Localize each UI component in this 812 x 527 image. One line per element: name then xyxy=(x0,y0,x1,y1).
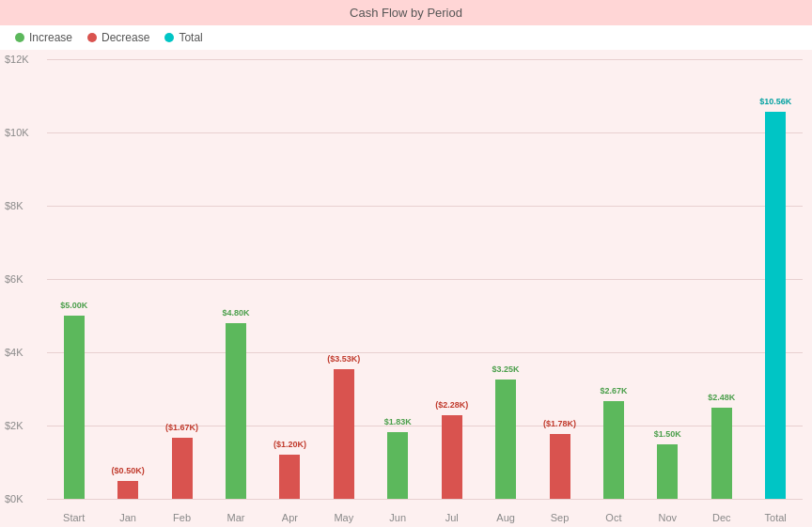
legend-decrease-label: Decrease xyxy=(102,31,149,44)
bar-value-label: $2.48K xyxy=(708,393,735,402)
x-axis-label: Jul xyxy=(425,512,478,523)
bar-value-label: $1.50K xyxy=(654,429,681,439)
x-axis-label: Dec xyxy=(695,512,748,523)
x-axis-label: Total xyxy=(748,512,802,523)
bar-group: $2.48K xyxy=(695,59,748,499)
bar-decrease: ($0.50K) xyxy=(117,481,138,500)
x-axis-label: Sep xyxy=(533,512,586,523)
bar-group: ($1.20K) xyxy=(263,59,317,499)
x-axis-label: Jun xyxy=(371,512,425,523)
bar-group: $4.80K xyxy=(209,59,262,499)
x-axis-label: Aug xyxy=(478,512,532,523)
bar-value-label: $5.00K xyxy=(60,301,87,310)
bar-value-label: $1.83K xyxy=(384,417,412,426)
bar-decrease: ($1.78K) xyxy=(550,434,570,499)
bar-value-label: $3.25K xyxy=(492,364,520,374)
x-axis-label: Start xyxy=(47,512,101,523)
bar-decrease: ($2.28K) xyxy=(442,415,462,499)
bar-group: $2.67K xyxy=(586,59,640,499)
legend-increase-dot xyxy=(15,33,24,42)
bar-value-label: ($1.78K) xyxy=(543,419,576,428)
bar-value-label: ($0.50K) xyxy=(112,466,145,475)
y-axis-label: $8K xyxy=(5,200,23,211)
bar-increase: $1.83K xyxy=(387,432,408,499)
bar-group: $3.25K xyxy=(478,59,532,499)
legend-total: Total xyxy=(164,31,202,44)
bar-increase: $1.50K xyxy=(657,444,678,500)
y-axis-label: $2K xyxy=(5,420,23,431)
chart-title: Cash Flow by Period xyxy=(0,0,812,25)
bar-value-label: ($1.67K) xyxy=(165,423,198,432)
legend-increase-label: Increase xyxy=(29,31,72,44)
bar-group: ($0.50K) xyxy=(101,59,154,499)
legend-total-label: Total xyxy=(179,31,202,44)
bar-group: $1.83K xyxy=(371,59,425,499)
bar-group: ($1.67K) xyxy=(155,59,209,499)
bar-value-label: ($3.53K) xyxy=(327,354,360,364)
y-axis-label: $12K xyxy=(5,54,29,65)
bar-decrease: ($1.67K) xyxy=(172,438,193,499)
x-axis-label: Feb xyxy=(155,512,209,523)
x-axis-label: Mar xyxy=(209,512,262,523)
bar-increase: $2.67K xyxy=(603,401,624,499)
x-axis-label: Oct xyxy=(586,512,640,523)
chart-area: $5.00K($0.50K)($1.67K)$4.80K($1.20K)($3.… xyxy=(0,50,812,527)
bar-value-label: $10.56K xyxy=(759,97,791,106)
bar-group: $10.56K xyxy=(748,59,802,499)
bar-total: $10.56K xyxy=(765,112,786,499)
grid-line xyxy=(47,499,803,500)
legend-decrease: Decrease xyxy=(87,31,149,44)
bar-value-label: $4.80K xyxy=(222,308,249,318)
y-axis-label: $0K xyxy=(5,493,23,504)
chart-wrapper: Cash Flow by Period Increase Decrease To… xyxy=(0,0,812,527)
x-labels: StartJanFebMarAprMayJunJulAugSepOctNovDe… xyxy=(47,512,803,523)
bars-container: $5.00K($0.50K)($1.67K)$4.80K($1.20K)($3.… xyxy=(47,59,803,499)
y-axis-label: $4K xyxy=(5,347,23,358)
bar-group: $1.50K xyxy=(641,59,695,499)
bar-increase: $2.48K xyxy=(711,408,732,499)
x-axis-label: Nov xyxy=(641,512,695,523)
bar-decrease: ($1.20K) xyxy=(279,455,300,499)
legend-total-dot xyxy=(164,33,174,42)
bar-increase: $4.80K xyxy=(226,323,246,499)
bar-group: $5.00K xyxy=(47,59,101,499)
legend-decrease-dot xyxy=(87,33,97,42)
bar-value-label: ($1.20K) xyxy=(273,440,306,449)
y-axis-label: $10K xyxy=(5,127,29,138)
bar-decrease: ($3.53K) xyxy=(334,369,354,499)
x-axis-label: May xyxy=(317,512,370,523)
bar-group: ($3.53K) xyxy=(317,59,370,499)
y-axis-label: $6K xyxy=(5,273,23,285)
legend: Increase Decrease Total xyxy=(0,25,812,50)
bar-group: ($2.28K) xyxy=(425,59,478,499)
x-axis-label: Apr xyxy=(263,512,317,523)
bar-group: ($1.78K) xyxy=(533,59,586,499)
bar-increase: $3.25K xyxy=(495,380,516,499)
legend-increase: Increase xyxy=(15,31,72,44)
x-axis-label: Jan xyxy=(101,512,154,523)
bar-value-label: ($2.28K) xyxy=(435,400,468,410)
bar-increase: $5.00K xyxy=(64,316,85,499)
bar-value-label: $2.67K xyxy=(600,386,627,395)
